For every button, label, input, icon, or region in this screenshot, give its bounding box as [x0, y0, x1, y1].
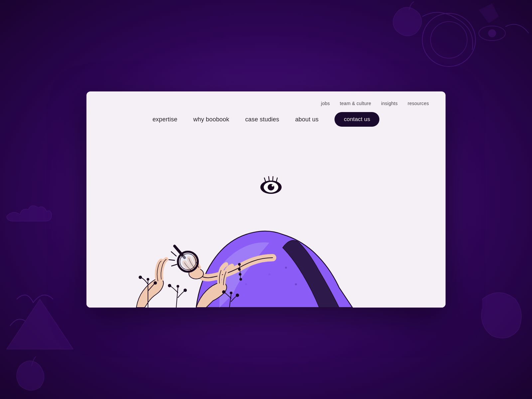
svg-point-15 — [245, 283, 247, 285]
svg-point-16 — [268, 273, 270, 275]
navigation: jobs team & culture insights resources e… — [86, 91, 446, 127]
svg-point-31 — [168, 284, 171, 287]
svg-point-27 — [139, 276, 142, 279]
nav-about-us[interactable]: about us — [295, 116, 319, 123]
nav-team-culture[interactable]: team & culture — [340, 101, 371, 106]
contact-us-button[interactable]: contact us — [334, 112, 379, 127]
svg-point-33 — [177, 285, 179, 288]
nav-resources[interactable]: resources — [408, 101, 429, 106]
nav-case-studies[interactable]: case studies — [245, 116, 279, 123]
nav-insights[interactable]: insights — [381, 101, 398, 106]
main-card: jobs team & culture insights resources e… — [86, 91, 446, 308]
svg-point-36 — [236, 294, 239, 297]
illustration-svg — [86, 155, 446, 308]
svg-point-17 — [285, 267, 287, 269]
svg-point-39 — [238, 268, 241, 271]
nav-top: jobs team & culture insights resources — [103, 101, 429, 106]
svg-point-22 — [180, 254, 196, 270]
svg-point-1 — [431, 22, 467, 58]
svg-point-37 — [230, 292, 232, 294]
svg-point-29 — [147, 278, 149, 281]
nav-jobs[interactable]: jobs — [321, 101, 330, 106]
svg-point-35 — [222, 290, 225, 294]
hero-illustration — [86, 155, 446, 308]
nav-why-boobook[interactable]: why boobook — [193, 116, 229, 123]
svg-point-0 — [422, 13, 475, 66]
svg-point-12 — [272, 185, 274, 187]
nav-main: expertise why boobook case studies about… — [103, 112, 429, 127]
svg-point-18 — [295, 283, 297, 285]
nav-expertise[interactable]: expertise — [153, 116, 178, 123]
svg-point-32 — [184, 289, 187, 292]
svg-point-28 — [154, 281, 157, 285]
svg-point-3 — [488, 29, 496, 37]
